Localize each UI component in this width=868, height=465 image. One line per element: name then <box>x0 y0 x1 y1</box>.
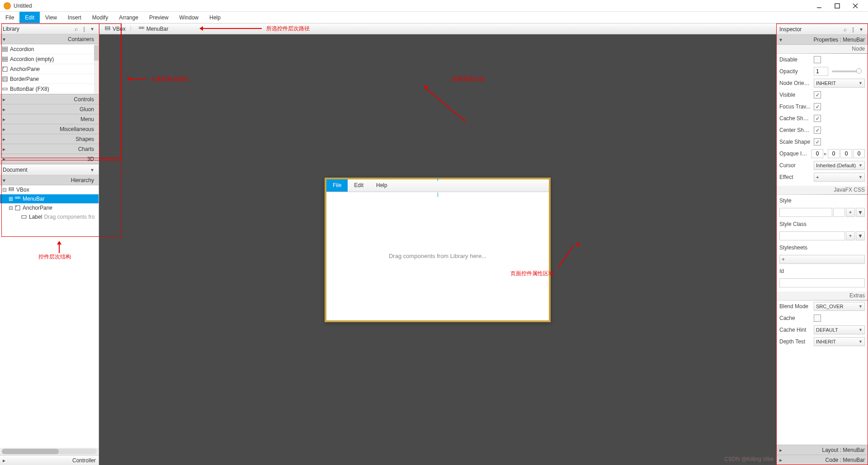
menu-edit[interactable]: Edit <box>19 12 40 23</box>
minimize-button[interactable] <box>810 1 828 11</box>
tree-row-menubar[interactable]: ⊞ MenuBar <box>0 194 99 203</box>
lib-item-accordion-empty[interactable]: Accordion (empty) <box>0 54 99 64</box>
section-shapes[interactable]: ▸Shapes <box>0 134 99 144</box>
oi0[interactable] <box>811 149 823 158</box>
library-title: Library <box>3 26 71 32</box>
canvas-area[interactable]: File Edit Help Drag components from Libr… <box>99 34 776 465</box>
styleclass-input[interactable] <box>779 231 845 240</box>
prop-id-label: Id <box>777 265 868 277</box>
add-button[interactable]: + <box>846 208 855 217</box>
lib-item-anchorpane[interactable]: AnchorPane <box>0 64 99 74</box>
preview-menu-help[interactable]: Help <box>370 179 394 192</box>
svg-rect-6 <box>2 50 8 52</box>
menu-view[interactable]: View <box>40 12 62 23</box>
menu-preview[interactable]: Preview <box>144 12 174 23</box>
svg-rect-16 <box>9 188 14 189</box>
preview-menu-file[interactable]: File <box>326 179 348 192</box>
oi2[interactable] <box>840 149 852 158</box>
menu-file[interactable]: File <box>0 12 19 23</box>
preview-frame[interactable]: File Edit Help Drag components from Libr… <box>325 178 551 322</box>
disable-checkbox[interactable] <box>814 56 821 63</box>
cursor-combo[interactable]: Inherited (Default)▼ <box>814 161 865 170</box>
menu-help[interactable]: Help <box>204 12 226 23</box>
prop-styleclass: +▼ <box>777 230 868 242</box>
section-3d[interactable]: ▸3D <box>0 154 99 164</box>
blendmode-combo[interactable]: SRC_OVER▼ <box>814 302 865 311</box>
effect-combo[interactable]: +▼ <box>814 173 865 182</box>
menu-insert[interactable]: Insert <box>62 12 87 23</box>
styleclass-dropdown[interactable]: ▼ <box>856 231 865 240</box>
lib-item-accordion[interactable]: Accordion <box>0 44 99 54</box>
search-icon[interactable]: ⌕ <box>841 26 849 33</box>
focus-checkbox[interactable] <box>814 103 821 110</box>
cacheshape-checkbox[interactable] <box>814 115 821 122</box>
prop-scale-shape: Scale Shape <box>777 136 868 148</box>
section-charts[interactable]: ▸Charts <box>0 144 99 154</box>
prop-opacity: Opacity <box>777 66 868 77</box>
centershape-checkbox[interactable] <box>814 127 821 134</box>
opacity-slider[interactable] <box>832 70 859 72</box>
section-containers[interactable]: ▾ Containers <box>0 34 99 44</box>
lib-item-buttonbar[interactable]: ButtonBar (FX8) <box>0 84 99 94</box>
visible-checkbox[interactable] <box>814 91 821 99</box>
code-section[interactable]: ▸Code : MenuBar <box>777 455 868 465</box>
collapse-icon: ▾ <box>3 36 7 42</box>
style-input[interactable] <box>779 208 832 217</box>
library-header: Library ⌕ | ▾ <box>0 23 99 34</box>
hierarchy-header[interactable]: ▾Hierarchy <box>0 175 99 185</box>
section-gluon[interactable]: ▸Gluon <box>0 104 99 114</box>
properties-section[interactable]: ▾Properties : MenuBar <box>777 35 868 45</box>
svg-rect-7 <box>2 56 8 58</box>
document-panel: Document ▾ ▾Hierarchy ⊟ VBox ⊞ MenuBar ⊟ <box>0 164 99 465</box>
add-button[interactable]: + <box>846 231 855 240</box>
cache-checkbox[interactable] <box>814 315 821 322</box>
tree-row-label[interactable]: Label Drag components fro <box>0 212 99 221</box>
menu-modify[interactable]: Modify <box>87 12 113 23</box>
library-menu-icon[interactable]: ▾ <box>89 25 96 33</box>
oi1[interactable] <box>828 149 840 158</box>
close-button[interactable] <box>846 1 864 11</box>
style-input2[interactable] <box>833 208 845 217</box>
document-menu-icon[interactable]: ▾ <box>89 166 96 174</box>
cachehint-combo[interactable]: DEFAULT▼ <box>814 325 865 334</box>
expand-icon[interactable]: ⊞ <box>8 196 14 202</box>
prop-cursor: CursorInherited (Default)▼ <box>777 160 868 171</box>
expand-icon[interactable]: ⊟ <box>2 187 7 193</box>
depthtest-combo[interactable]: INHERIT▼ <box>814 337 865 346</box>
tree-row-vbox[interactable]: ⊟ VBox <box>0 185 99 194</box>
node-orien-combo[interactable]: INHERIT▼ <box>814 79 865 88</box>
svg-rect-25 <box>105 28 110 30</box>
layout-section[interactable]: ▸Layout : MenuBar <box>777 445 868 455</box>
controller-header[interactable]: ▸Controller <box>0 455 99 465</box>
section-controls[interactable]: ▸Controls <box>0 94 99 104</box>
inspector-menu-icon[interactable]: ▾ <box>858 26 865 33</box>
maximize-button[interactable] <box>828 1 846 11</box>
doc-hscroll[interactable] <box>0 448 99 455</box>
section-menu[interactable]: ▸Menu <box>0 114 99 124</box>
menu-arrange[interactable]: Arrange <box>113 12 144 23</box>
preview-menu-edit[interactable]: Edit <box>348 179 370 192</box>
lib-item-borderpane[interactable]: BorderPane <box>0 74 99 84</box>
style-dropdown[interactable]: ▼ <box>856 208 865 217</box>
breadcrumb: VBox 〉 MenuBar <box>99 23 776 34</box>
expand-icon[interactable]: ⊟ <box>8 205 14 211</box>
opacity-input[interactable] <box>814 67 828 76</box>
breadcrumb-menubar[interactable]: MenuBar <box>136 26 171 32</box>
node-subheader: Node <box>777 45 868 54</box>
preview-placeholder: Drag components from Library here... <box>326 192 549 320</box>
tree-row-anchorpane[interactable]: ⊟ AnchorPane <box>0 203 99 212</box>
breadcrumb-vbox[interactable]: VBox <box>102 26 128 32</box>
window-title: Untitled <box>14 3 810 9</box>
search-icon[interactable]: ⌕ <box>72 25 80 33</box>
stylesheets-add[interactable]: + <box>779 255 865 264</box>
css-subheader: JavaFX CSS <box>777 186 868 195</box>
id-input[interactable] <box>779 278 865 287</box>
menu-window[interactable]: Window <box>174 12 204 23</box>
preview-menubar[interactable]: File Edit Help <box>326 179 549 192</box>
library-scrollbar[interactable] <box>94 44 99 94</box>
scaleshape-checkbox[interactable] <box>814 138 821 146</box>
oi3[interactable] <box>853 149 865 158</box>
menubar: File Edit View Insert Modify Arrange Pre… <box>0 12 868 23</box>
section-miscellaneous[interactable]: ▸Miscellaneous <box>0 124 99 134</box>
divider-icon: | <box>849 26 857 33</box>
